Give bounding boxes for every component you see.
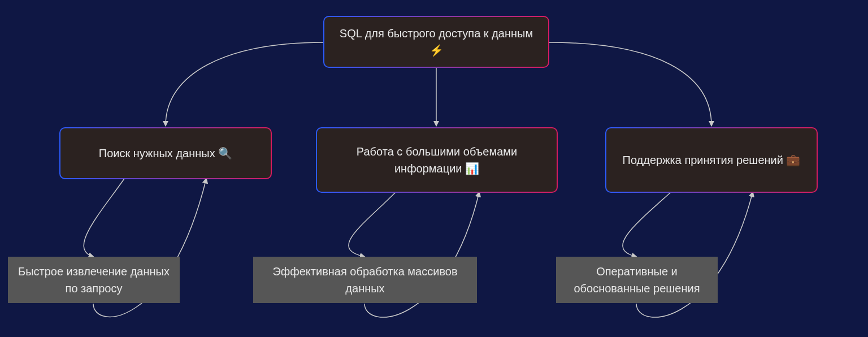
child-node-decisions[interactable]: Поддержка принятия решений 💼 xyxy=(605,127,818,193)
leaf-node-extraction[interactable]: Быстрое извлечение данных по запросу xyxy=(8,257,180,303)
leaf-node-decisions-detail[interactable]: Оперативные и обоснованные решения xyxy=(556,257,718,303)
child-node-search[interactable]: Поиск нужных данных 🔍 xyxy=(59,127,272,179)
child-node-decisions-label: Поддержка принятия решений 💼 xyxy=(623,152,801,168)
leaf-node-processing-label: Эффективная обработка массивов данных xyxy=(263,263,467,297)
child-node-bigdata-label: Работа с большими объемами информации 📊 xyxy=(331,143,543,177)
child-node-bigdata[interactable]: Работа с большими объемами информации 📊 xyxy=(316,127,558,193)
leaf-node-extraction-label: Быстрое извлечение данных по запросу xyxy=(18,263,170,297)
root-node[interactable]: SQL для быстрого доступа к данным ⚡ xyxy=(323,16,549,68)
leaf-node-decisions-detail-label: Оперативные и обоснованные решения xyxy=(566,263,708,297)
root-node-label: SQL для быстрого доступа к данным ⚡ xyxy=(338,25,535,59)
child-node-search-label: Поиск нужных данных 🔍 xyxy=(99,145,232,162)
leaf-node-processing[interactable]: Эффективная обработка массивов данных xyxy=(253,257,477,303)
